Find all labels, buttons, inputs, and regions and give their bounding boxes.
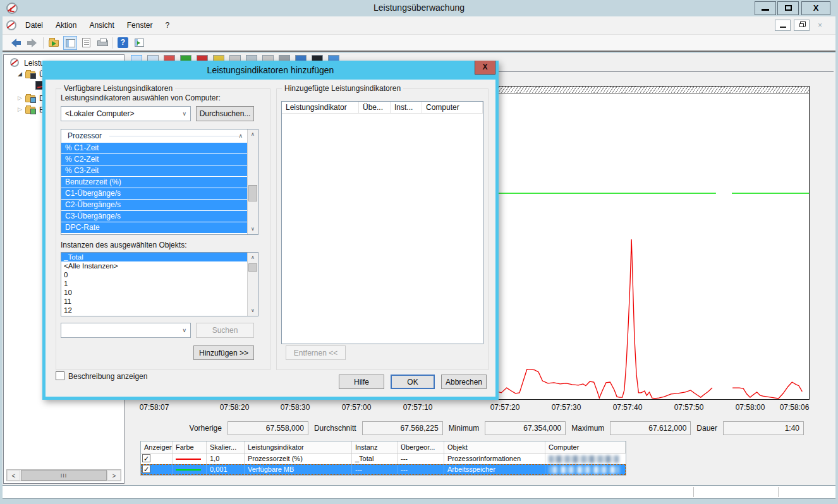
ok-button[interactable]: OK: [391, 375, 435, 389]
instance-item[interactable]: 10: [61, 288, 247, 297]
legend-column-header[interactable]: Farbe: [173, 441, 207, 453]
legend-column-header[interactable]: Leistungsindikator: [245, 441, 352, 453]
counter-item[interactable]: % C3-Zeit: [61, 165, 247, 177]
scroll-down-icon[interactable]: ∨: [248, 224, 258, 234]
instance-item[interactable]: 11: [61, 297, 247, 306]
scroll-down-icon[interactable]: ∨: [248, 306, 258, 316]
legend-column-header[interactable]: Übergeor...: [398, 441, 444, 453]
mdi-minimize-button[interactable]: [775, 20, 791, 31]
collapse-chevron-icon[interactable]: ∧: [238, 129, 243, 142]
counter-item[interactable]: DPC-Rate: [61, 222, 247, 234]
show-checkbox[interactable]: ✓: [142, 454, 150, 462]
legend-cell: Prozessorinformationen: [444, 453, 545, 464]
instance-search-combo[interactable]: ∨: [61, 323, 191, 338]
expander-collapsed-icon[interactable]: ▷: [18, 95, 22, 101]
counter-item[interactable]: C1-Übergänge/s: [61, 188, 247, 200]
expander-expanded-icon[interactable]: ◢: [18, 71, 22, 77]
cancel-button[interactable]: Abbrechen: [441, 375, 487, 389]
instance-item[interactable]: 13: [61, 315, 247, 316]
minimize-button[interactable]: [755, 1, 776, 15]
added-column-header: Leistungsindikator: [282, 102, 359, 113]
legend-row[interactable]: ✓0,001Verfügbare MB------Arbeitsspeicher: [141, 464, 626, 475]
instance-item[interactable]: 12: [61, 306, 247, 315]
show-description-checkbox[interactable]: [56, 371, 64, 380]
added-column-header: Computer: [422, 102, 483, 113]
legend-cell: Verfügbare MB: [245, 464, 352, 475]
new-window-icon[interactable]: [133, 36, 147, 50]
stat-value: 67.612,000: [610, 421, 691, 435]
legend-column-header[interactable]: Objekt: [444, 441, 545, 453]
add-button[interactable]: Hinzufügen >>: [193, 345, 254, 360]
color-sample: [176, 469, 201, 471]
browse-button[interactable]: Durchsuchen...: [196, 106, 254, 121]
legend-computer-cell: [545, 453, 626, 464]
forward-icon[interactable]: [25, 36, 39, 50]
legend-column-header[interactable]: Instanz: [352, 441, 398, 453]
instances-scrollbar[interactable]: ∧ ∨: [247, 253, 258, 316]
scrollbar-thumb[interactable]: [248, 185, 257, 201]
menu-item-ansicht[interactable]: Ansicht: [83, 16, 120, 30]
scroll-up-icon[interactable]: ∧: [248, 129, 258, 140]
counter-item[interactable]: C3-Übergänge/s: [61, 211, 247, 222]
menu-item-datei[interactable]: Datei: [19, 16, 49, 30]
computer-combo[interactable]: <Lokaler Computer> ∨: [61, 106, 191, 121]
mdi-restore-icon: [799, 23, 804, 27]
stat-label: Minimum: [449, 424, 480, 433]
stats-row: Vorherige67.558,000Durchschnitt67.568,22…: [190, 421, 804, 436]
legend-cell: ---: [352, 464, 398, 475]
counter-item[interactable]: % C1-Zeit: [61, 143, 247, 154]
legend-column-header[interactable]: Anzeigen: [141, 441, 173, 453]
menu-item-?[interactable]: ?: [159, 16, 176, 30]
added-table-header: LeistungsindikatorÜbe...Inst...Computer: [282, 102, 483, 114]
counters-scrollbar[interactable]: ∧ ∨: [247, 129, 258, 234]
perfmon-icon: [10, 58, 19, 67]
tree-horizontal-scrollbar[interactable]: < III >: [6, 469, 121, 481]
instances-listbox[interactable]: _Total<Alle Instanzen>0110111213 ∧ ∨: [61, 252, 258, 316]
counter-item[interactable]: C2-Übergänge/s: [61, 200, 247, 211]
back-icon[interactable]: [9, 36, 23, 50]
counters-listbox[interactable]: Prozessor ∧ % C1-Zeit% C2-Zeit% C3-ZeitB…: [61, 129, 258, 235]
scroll-right-icon[interactable]: >: [107, 470, 121, 481]
mdi-restore-button[interactable]: [794, 20, 810, 31]
export-folder-icon[interactable]: [47, 36, 61, 50]
legend-cell: ---: [398, 464, 444, 475]
group-rule: [109, 136, 239, 136]
help-icon[interactable]: ?: [116, 36, 130, 50]
properties-doc-icon[interactable]: [80, 36, 94, 50]
status-bar: [3, 485, 835, 499]
legend-row[interactable]: ✓1,0Prozessorzeit (%)_Total---Prozessori…: [141, 453, 626, 464]
show-checkbox[interactable]: ✓: [142, 465, 150, 473]
time-axis-label: 07:57:40: [613, 403, 643, 412]
statusbar-divider: [778, 487, 779, 497]
menu-item-fenster[interactable]: Fenster: [121, 16, 159, 30]
instance-item[interactable]: _Total: [61, 253, 247, 261]
counter-item[interactable]: % C2-Zeit: [61, 154, 247, 165]
close-button[interactable]: X: [801, 1, 830, 15]
instance-item[interactable]: 0: [61, 270, 247, 279]
legend-column-header[interactable]: Skalier...: [207, 441, 245, 453]
help-button[interactable]: Hilfe: [339, 375, 384, 389]
counter-group-header[interactable]: Prozessor ∧: [61, 129, 258, 143]
legend-column-header[interactable]: Computer: [545, 441, 626, 453]
instance-item[interactable]: 1: [61, 279, 247, 288]
time-axis-label: 07:58:30: [281, 403, 310, 412]
mdi-window-controls: ×: [775, 20, 828, 31]
print-icon[interactable]: [96, 36, 110, 50]
perfmon-menu-icon: [6, 20, 16, 30]
added-column-header: Inst...: [391, 102, 422, 113]
expander-collapsed-icon[interactable]: ▷: [18, 106, 22, 112]
chevron-down-icon: ∨: [182, 107, 186, 121]
dialog-title: Leistungsindikatoren hinzufügen: [42, 61, 499, 80]
scroll-up-icon[interactable]: ∧: [248, 253, 258, 263]
maximize-button[interactable]: [777, 1, 799, 15]
added-counters-table[interactable]: LeistungsindikatorÜbe...Inst...Computer: [281, 101, 483, 344]
menu-item-aktion[interactable]: Aktion: [49, 16, 83, 30]
console-tree-toggle-icon[interactable]: [63, 36, 77, 50]
scrollbar-thumb[interactable]: [248, 263, 257, 272]
dialog-close-button[interactable]: X: [475, 61, 495, 75]
instance-item[interactable]: <Alle Instanzen>: [61, 261, 247, 270]
scroll-left-icon[interactable]: <: [7, 470, 20, 481]
dialog-body: Verfügbare Leistungsindikatoren Leistung…: [46, 80, 495, 397]
counter-item[interactable]: Benutzerzeit (%): [61, 177, 247, 188]
scrollbar-thumb[interactable]: III: [21, 470, 107, 481]
